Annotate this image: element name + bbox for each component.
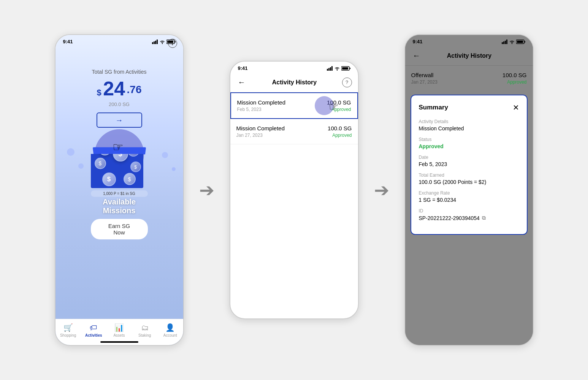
- coin-5: $: [130, 162, 141, 172]
- nav-activities[interactable]: 🏷 Activities: [84, 323, 103, 337]
- activity-amount-1: 100.0 SG: [327, 99, 351, 106]
- info-button[interactable]: i: [168, 39, 177, 48]
- dollar-sign: $: [97, 88, 101, 97]
- small-circle-3: [162, 152, 168, 158]
- activity-amount-2: 100.0 SG: [328, 125, 352, 131]
- home-indicator: [100, 341, 138, 343]
- summary-close-button[interactable]: ✕: [513, 103, 519, 112]
- help-icon-2: ?: [346, 79, 348, 85]
- summary-label-4: Exchange Rate: [419, 190, 519, 196]
- phone-3-frame: 9:41: [404, 34, 534, 346]
- copy-icon[interactable]: ⧉: [482, 215, 486, 221]
- status-time-1: 9:41: [63, 39, 73, 44]
- assets-icon: 📊: [114, 323, 124, 332]
- svg-rect-3: [157, 40, 158, 44]
- account-icon: 👤: [165, 323, 175, 332]
- sg-amount: 200.0 SG: [55, 101, 183, 107]
- signal-icon-2: [327, 66, 333, 71]
- staking-icon: 🗂: [141, 323, 149, 332]
- available-missions-label: Available Missions: [91, 198, 148, 215]
- nav-shopping[interactable]: 🛒 Shopping: [59, 323, 78, 337]
- phone-1-frame: 9:41 i: [55, 34, 184, 346]
- amount-cents: .76: [127, 84, 142, 95]
- nav-shopping-label: Shopping: [60, 333, 76, 337]
- missions-rate-label: 1,000 P = $1 in SG: [91, 190, 148, 197]
- svg-rect-1: [154, 41, 155, 44]
- svg-rect-16: [505, 41, 506, 44]
- nav-account[interactable]: 👤 Account: [161, 323, 180, 337]
- activity-title-2: Mission Completed: [236, 125, 285, 131]
- help-button-2[interactable]: ?: [342, 78, 352, 87]
- offerwall-right: 100.0 SG Approved: [502, 72, 526, 85]
- summary-label-5: ID: [419, 208, 519, 214]
- summary-value-3: 100.0 SG (2000 Points = $2): [419, 179, 519, 185]
- wifi-icon-3: [509, 40, 515, 44]
- activity-date-2: Jan 27, 2023: [236, 133, 285, 138]
- summary-field-4: Exchange Rate 1 SG = $0.0234: [419, 190, 519, 203]
- nav-staking[interactable]: 🗂 Staking: [135, 323, 154, 337]
- summary-label-1: Status: [419, 137, 519, 142]
- svg-rect-14: [502, 42, 503, 44]
- battery-icon-3: [516, 40, 525, 44]
- earn-sg-button[interactable]: Earn SG Now: [91, 219, 148, 239]
- arrow-btn-text: →: [116, 116, 123, 125]
- coin-3: $: [127, 154, 139, 157]
- wifi-icon-2: [334, 66, 340, 71]
- status-icons-3: [502, 40, 525, 44]
- status-time-2: 9:41: [238, 65, 248, 71]
- summary-title: Summary: [419, 104, 448, 111]
- status-icons-2: [327, 66, 350, 71]
- activity-date-1: Feb 5, 2023: [237, 107, 286, 112]
- status-bar-1: 9:41: [55, 35, 183, 46]
- summary-field-3: Total Earned 100.0 SG (2000 Points = $2): [419, 173, 519, 185]
- summary-label-2: Date: [419, 155, 519, 160]
- svg-rect-13: [350, 68, 350, 69]
- svg-rect-0: [152, 42, 153, 44]
- header-title-3: Activity History: [447, 52, 491, 59]
- coin-4: $: [95, 158, 106, 169]
- activity-left-2: Mission Completed Jan 27, 2023: [236, 125, 285, 138]
- coin-6: $: [102, 173, 116, 186]
- summary-field-0: Activity Details Mission Completed: [419, 119, 519, 131]
- summary-value-2: Feb 5, 2023: [419, 161, 519, 167]
- activity-left-1: Mission Completed Feb 5, 2023: [237, 99, 286, 112]
- header-title-2: Activity History: [272, 79, 317, 86]
- battery-icon-2: [341, 66, 350, 71]
- offerwall-left: Offerwall Jan 27, 2023: [411, 72, 437, 85]
- small-circle-4: [172, 167, 176, 171]
- svg-rect-19: [517, 41, 523, 43]
- phone-2-frame: 9:41 ← Activity History ?: [230, 61, 359, 319]
- back-button-2[interactable]: ←: [236, 76, 247, 88]
- offerwall-item[interactable]: Offerwall Jan 27, 2023 100.0 SG Approved: [405, 66, 533, 91]
- offerwall-date: Jan 27, 2023: [411, 79, 437, 85]
- small-circle-2: [78, 163, 84, 169]
- summary-field-2: Date Feb 5, 2023: [419, 155, 519, 167]
- activities-icon: 🏷: [90, 323, 97, 332]
- svg-rect-20: [525, 41, 525, 43]
- coin-1: $: [98, 154, 111, 155]
- flow-arrow-2: ➔: [374, 179, 389, 201]
- offerwall-status: Approved: [502, 79, 526, 85]
- signal-icon-3: [502, 40, 508, 44]
- activity-item-2[interactable]: Mission Completed Jan 27, 2023 100.0 SG …: [230, 119, 358, 144]
- nav-assets[interactable]: 📊 Assets: [109, 323, 128, 337]
- back-button-3[interactable]: ←: [411, 50, 422, 62]
- cursor-hand-1: ☞: [113, 140, 124, 154]
- activity-list: Mission Completed Feb 5, 2023 100.0 SG A…: [230, 92, 358, 144]
- activity-item-1[interactable]: Mission Completed Feb 5, 2023 100.0 SG A…: [230, 92, 358, 119]
- summary-value-4: 1 SG = $0.0234: [419, 197, 519, 203]
- summary-label-0: Activity Details: [419, 119, 519, 124]
- summary-field-5: ID SP-20221222-290394054 ⧉: [419, 208, 519, 221]
- status-bar-3: 9:41: [405, 35, 533, 46]
- activity-right-1: 100.0 SG Approved: [327, 99, 351, 112]
- total-sg-label: Total SG from Activities: [55, 65, 183, 75]
- app-header-3: ← Activity History: [405, 46, 533, 66]
- svg-rect-12: [342, 67, 348, 70]
- activity-right-2: 100.0 SG Approved: [328, 125, 352, 138]
- svg-rect-2: [155, 41, 156, 44]
- summary-value-1: Approved: [419, 143, 519, 149]
- activity-status-1: Approved: [327, 107, 351, 112]
- svg-rect-17: [506, 40, 507, 44]
- svg-rect-9: [330, 67, 331, 71]
- nav-assets-label: Assets: [113, 333, 125, 337]
